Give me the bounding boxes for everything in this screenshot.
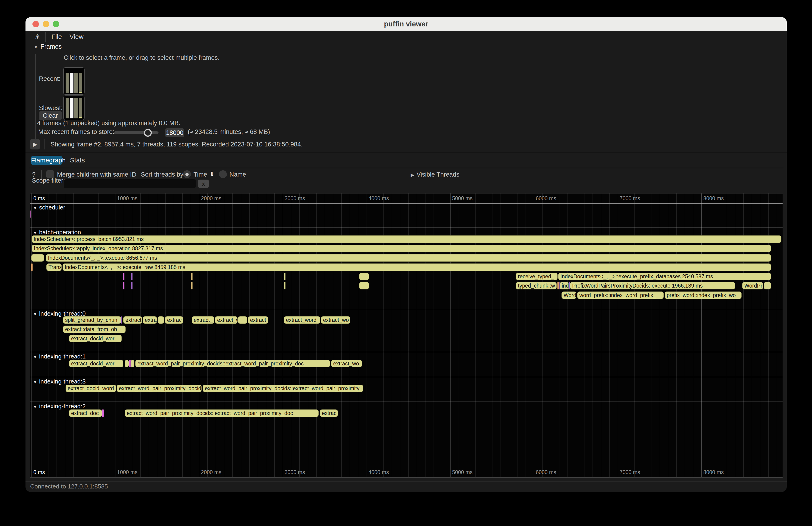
menu-file[interactable]: File xyxy=(52,33,62,41)
flamegraph-scope-bar[interactable]: extract_docid_wor xyxy=(69,360,123,367)
frame-bar[interactable] xyxy=(74,73,78,93)
flamegraph-scope-bar[interactable]: extract_word_pair_proximity_docids::extr… xyxy=(125,409,319,417)
flamegraph-scope-bar[interactable] xyxy=(131,282,133,289)
flamegraph-scope-bar[interactable]: extract_docid_word xyxy=(66,385,116,392)
frame-bar[interactable] xyxy=(70,73,73,93)
frame-bar[interactable] xyxy=(79,98,82,118)
sort-direction-icon[interactable]: ⬇ xyxy=(209,171,215,178)
flamegraph-scope-bar[interactable] xyxy=(359,273,369,280)
max-frames-slider-knob[interactable] xyxy=(144,129,152,137)
flamegraph-scope-bar[interactable]: extract_ xyxy=(192,316,214,324)
flamegraph-scope-bar[interactable]: extract_wo xyxy=(321,316,350,324)
flamegraph-scope-bar[interactable] xyxy=(31,254,44,262)
flamegraph-scope-bar[interactable]: IndexDocuments<_, _>::execute_raw 8459.1… xyxy=(62,263,771,271)
flamegraph-scope-bar[interactable]: extrac xyxy=(165,316,183,324)
frame-bar[interactable] xyxy=(79,73,82,93)
flamegraph-scope-bar[interactable] xyxy=(129,360,131,367)
scope-filter-label: Scope filter: xyxy=(32,177,65,184)
flamegraph-scope-bar[interactable]: PrefixWordPairsProximityDocids::execute … xyxy=(570,282,735,289)
thread-header-scheduler[interactable]: ▼scheduler xyxy=(33,204,66,211)
thread-header-indexing-thread:2[interactable]: ▼indexing-thread:2 xyxy=(33,403,86,410)
menu-view[interactable]: View xyxy=(70,33,84,41)
flamegraph-scope-bar[interactable] xyxy=(238,316,247,324)
flamegraph-scope-bar[interactable]: extrac xyxy=(320,409,338,417)
flamegraph-scope-bar[interactable]: extract_wo xyxy=(331,360,362,367)
flamegraph-scope-bar[interactable]: extract_docid_wor xyxy=(69,335,122,342)
menubar: ☀ File View xyxy=(26,31,787,43)
frame-bar[interactable] xyxy=(74,98,78,118)
flamegraph-scope-bar[interactable] xyxy=(123,282,125,289)
flamegraph-scope-bar[interactable]: extract_word_pair_proximity_docids xyxy=(117,385,202,392)
flamegraph-scope-bar[interactable]: Word xyxy=(562,292,576,299)
flamegraph-scope-bar[interactable]: extract_doc xyxy=(69,409,102,417)
flamegraph-scope-bar[interactable]: IndexScheduler>::apply_index_operation 8… xyxy=(32,245,771,252)
flamegraph-scope-bar[interactable] xyxy=(284,273,286,280)
flamegraph-scope-bar[interactable] xyxy=(131,360,134,367)
tab-stats[interactable]: Stats xyxy=(68,156,87,165)
frame-bar[interactable] xyxy=(66,98,69,118)
flamegraph-scope-bar[interactable] xyxy=(131,273,133,280)
flamegraph-scope-bar[interactable] xyxy=(30,210,31,218)
recent-frames-thumbnail[interactable] xyxy=(63,67,85,95)
axis-tick-label: 4000 ms xyxy=(368,469,389,476)
flamegraph-scope-bar[interactable]: extract_word_pair_proximity_docids::extr… xyxy=(203,385,363,392)
flamegraph-scope-bar[interactable]: extract_word_pair_proximity_docids::extr… xyxy=(135,360,330,367)
frames-summary: 4 frames (1 unpacked) using approximatel… xyxy=(37,120,180,127)
sort-name-radio[interactable] xyxy=(219,170,227,178)
flamegraph-scope-bar[interactable]: word_prefix::index_word_prefix_ xyxy=(577,292,664,299)
flamegraph-scope-bar[interactable]: Trans xyxy=(46,263,62,271)
slowest-label: Slowest: xyxy=(39,104,62,112)
flamegraph-scope-bar[interactable]: extract xyxy=(123,316,142,324)
thread-header-batch-operation[interactable]: ▼batch-operation xyxy=(33,229,81,236)
slowest-frames-thumbnail[interactable] xyxy=(63,96,85,120)
flamegraph-scope-bar[interactable] xyxy=(123,273,125,280)
flamegraph-scope-bar[interactable] xyxy=(102,409,104,417)
flamegraph-scope-bar[interactable]: extra xyxy=(143,316,157,324)
max-frames-slider[interactable] xyxy=(114,131,159,134)
thread-header-indexing-thread:3[interactable]: ▼indexing-thread:3 xyxy=(33,378,86,385)
frame-bar[interactable] xyxy=(70,98,73,118)
flamegraph-scope-bar[interactable] xyxy=(191,273,192,280)
frames-section-header[interactable]: ▼Frames xyxy=(33,43,62,50)
theme-toggle-icon[interactable]: ☀ xyxy=(34,33,41,41)
flamegraph-scope-bar[interactable]: receive_typed_ xyxy=(516,273,557,280)
flamegraph-scope-bar[interactable]: IndexDocuments<_, _>::execute_prefix_dat… xyxy=(558,273,771,280)
app-window: puffin viewer ☀ File View ▼Frames Click … xyxy=(26,17,787,492)
flamegraph-scope-bar[interactable]: typed_chunk::w xyxy=(516,282,556,289)
flamegraph-scope-bar[interactable] xyxy=(557,282,559,289)
sort-name-label[interactable]: Name xyxy=(229,171,246,178)
flamegraph-canvas[interactable]: 0 ms0 ms1000 ms1000 ms2000 ms2000 ms3000… xyxy=(30,193,783,478)
frame-bar[interactable] xyxy=(66,73,69,93)
flamegraph-scope-bar[interactable]: IndexDocuments<_, _>::execute 8656.677 m… xyxy=(46,254,771,262)
scope-filter-input[interactable] xyxy=(64,179,196,188)
scope-filter-clear-button[interactable]: x xyxy=(198,179,209,188)
sort-time-label[interactable]: Time xyxy=(193,171,207,178)
collapse-triangle-icon: ▼ xyxy=(33,404,37,409)
flamegraph-scope-bar[interactable] xyxy=(191,282,192,289)
flamegraph-scope-bar[interactable]: extract_word xyxy=(284,316,320,324)
axis-tick-label: 0 ms xyxy=(33,469,45,476)
flamegraph-scope-bar[interactable]: WordPr xyxy=(742,282,763,289)
flamegraph-scope-bar[interactable] xyxy=(359,282,369,289)
flamegraph-scope-bar[interactable]: extract::data_from_ob xyxy=(63,325,126,333)
clear-frames-button[interactable]: Clear xyxy=(39,111,62,120)
flamegraph-scope-bar[interactable] xyxy=(31,263,33,271)
flamegraph-scope-bar[interactable]: extract xyxy=(248,316,268,324)
flamegraph-scope-bar[interactable]: IndexScheduler>::process_batch 8953.821 … xyxy=(31,235,781,243)
play-button[interactable]: ▶ xyxy=(30,139,40,149)
tab-flamegraph[interactable]: Flamegraph xyxy=(31,156,62,165)
flamegraph-scope-bar[interactable] xyxy=(121,316,122,324)
flamegraph-scope-bar[interactable] xyxy=(158,316,164,324)
thread-header-indexing-thread:1[interactable]: ▼indexing-thread:1 xyxy=(33,353,86,360)
sort-time-radio[interactable] xyxy=(183,170,191,178)
flamegraph-scope-bar[interactable] xyxy=(764,282,771,289)
merge-children-label[interactable]: Merge children with same ID xyxy=(57,171,136,178)
flamegraph-scope-bar[interactable] xyxy=(125,360,129,367)
flamegraph-scope-bar[interactable] xyxy=(284,282,286,289)
flamegraph-scope-bar[interactable]: prefix_word::index_prefix_wo xyxy=(665,292,742,299)
flamegraph-scope-bar[interactable]: split_grenad_by_chun xyxy=(63,316,121,324)
max-frames-value[interactable]: 18000 xyxy=(165,128,184,137)
flamegraph-scope-bar[interactable]: extract_w xyxy=(215,316,237,324)
flamegraph-scope-bar[interactable]: index xyxy=(560,282,569,289)
visible-threads-header[interactable]: ▶Visible Threads xyxy=(411,171,460,178)
